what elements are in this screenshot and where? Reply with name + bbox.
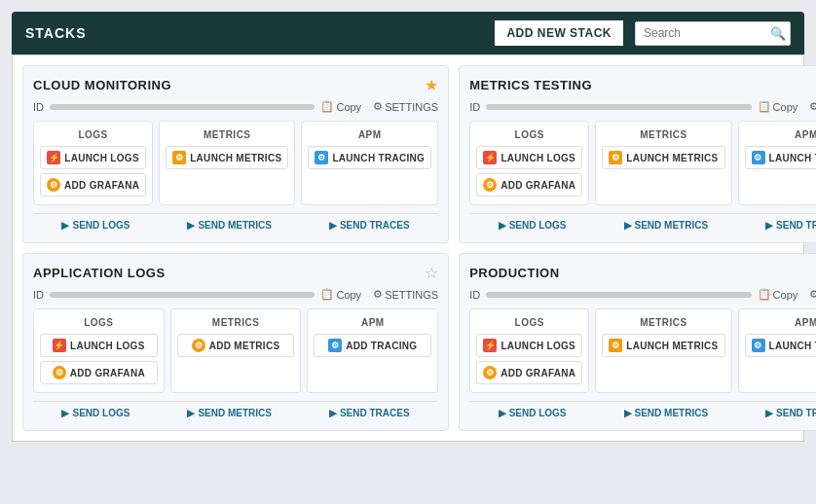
send-logs-4-link[interactable]: ▶SEND LOGS [499, 408, 567, 418]
service-buttons: ⚙LAUNCH TRACING [308, 146, 431, 169]
add-grafana-4-button[interactable]: ⚙ADD GRAFANA [476, 361, 582, 384]
header-right: ADD NEW STACK 🔍 [493, 18, 791, 48]
launch-logs-1-button[interactable]: ⚡LAUNCH LOGS [40, 146, 146, 169]
launch-metrics-4-button[interactable]: ⚙LAUNCH METRICS [602, 334, 724, 357]
add-grafana-3-button[interactable]: ⚙ADD GRAFANA [40, 361, 158, 384]
id-label: ID [33, 101, 44, 113]
send-metrics-3-link[interactable]: ▶SEND METRICS [187, 408, 272, 418]
launch-logs-2-button[interactable]: ⚡LAUNCH LOGS [476, 146, 582, 169]
header: STACKS ADD NEW STACK 🔍 [12, 12, 804, 54]
send-logs-3-link[interactable]: ▶SEND LOGS [61, 408, 130, 418]
send-icon: ▶ [765, 408, 773, 418]
service-label: METRICS [177, 317, 295, 328]
apm-icon: ⚙ [315, 151, 328, 164]
star-icon[interactable]: ☆ [425, 264, 438, 282]
page-title: STACKS [25, 25, 87, 41]
service-label: LOGS [40, 129, 146, 140]
send-logs-1-link[interactable]: ▶SEND LOGS [61, 220, 130, 231]
send-icon: ▶ [765, 220, 773, 231]
service-col-0: LOGS⚡LAUNCH LOGS⚙ADD GRAFANA [33, 308, 165, 393]
service-buttons: ⚙LAUNCH METRICS [602, 146, 724, 169]
service-buttons: ⚙LAUNCH TRACING [745, 334, 816, 357]
logs-icon: ⚡ [47, 151, 60, 164]
settings-button[interactable]: ⚙ SETTINGS [809, 100, 816, 113]
copy-button[interactable]: 📋 Copy [758, 100, 798, 113]
send-traces-2-link[interactable]: ▶SEND TRACES [765, 220, 816, 231]
services-grid: LOGS⚡LAUNCH LOGS⚙ADD GRAFANAMETRICS⚙LAUN… [469, 308, 816, 393]
settings-button[interactable]: ⚙ SETTINGS [809, 288, 816, 301]
send-logs-2-link[interactable]: ▶SEND LOGS [499, 220, 567, 231]
grafana-icon: ⚙ [483, 178, 497, 192]
send-icon: ▶ [624, 408, 632, 418]
service-buttons: ⚙LAUNCH METRICS [602, 334, 724, 357]
add-grafana-2-button[interactable]: ⚙ADD GRAFANA [476, 173, 582, 197]
gear-icon: ⚙ [373, 288, 383, 301]
send-icon: ▶ [329, 408, 337, 418]
stack-header: PRODUCTION☆ [469, 264, 816, 282]
launch-tracing-1-button[interactable]: ⚙LAUNCH TRACING [308, 146, 431, 169]
apm-icon: ⚙ [752, 151, 765, 164]
send-traces-3-link[interactable]: ▶SEND TRACES [329, 408, 410, 418]
service-label: APM [314, 317, 431, 328]
settings-button[interactable]: ⚙ SETTINGS [373, 100, 438, 113]
service-label: METRICS [166, 129, 288, 140]
service-buttons: ⚙ADD METRICS [177, 334, 295, 357]
copy-button[interactable]: 📋 Copy [320, 100, 361, 113]
launch-logs-3-button[interactable]: ⚡LAUNCH LOGS [40, 334, 158, 357]
add-tracing-3-button[interactable]: ⚙ADD TRACING [314, 334, 431, 357]
send-metrics-4-link[interactable]: ▶SEND METRICS [624, 408, 709, 418]
logs-icon: ⚡ [483, 339, 497, 352]
stack-card-2: APPLICATION LOGS☆ID📋 Copy⚙ SETTINGSLOGS⚡… [22, 253, 449, 431]
grafana-icon: ⚙ [53, 366, 66, 379]
stack-card-3: PRODUCTION☆ID📋 Copy⚙ SETTINGSLOGS⚡LAUNCH… [459, 253, 816, 431]
service-label: LOGS [476, 317, 582, 328]
copy-button[interactable]: 📋 Copy [758, 288, 798, 301]
stack-id-row: ID📋 Copy⚙ SETTINGS [469, 288, 816, 301]
services-grid: LOGS⚡LAUNCH LOGS⚙ADD GRAFANAMETRICS⚙LAUN… [33, 121, 438, 205]
add-new-stack-button[interactable]: ADD NEW STACK [493, 18, 625, 48]
stack-title: APPLICATION LOGS [33, 266, 166, 280]
bottom-links: ▶SEND LOGS▶SEND METRICS▶SEND TRACES [469, 213, 816, 233]
send-icon: ▶ [187, 220, 195, 231]
copy-button[interactable]: 📋 Copy [320, 288, 361, 301]
add-grafana-1-button[interactable]: ⚙ADD GRAFANA [40, 173, 146, 197]
launch-logs-4-button[interactable]: ⚡LAUNCH LOGS [476, 334, 582, 357]
service-label: APM [308, 129, 431, 140]
bottom-links: ▶SEND LOGS▶SEND METRICS▶SEND TRACES [469, 401, 816, 420]
logs-icon: ⚡ [483, 151, 497, 164]
stack-title: METRICS TESTING [469, 78, 592, 92]
add-tracing-icon: ⚙ [328, 339, 342, 352]
id-bar [50, 292, 315, 298]
service-col-2: APM⚙ADD TRACING [307, 308, 438, 393]
search-icon: 🔍 [770, 26, 786, 41]
logs-icon: ⚡ [53, 339, 66, 352]
search-input[interactable] [644, 26, 770, 40]
send-metrics-1-link[interactable]: ▶SEND METRICS [187, 220, 272, 231]
service-buttons: ⚡LAUNCH LOGS⚙ADD GRAFANA [476, 334, 582, 384]
grafana-icon: ⚙ [47, 178, 60, 192]
service-col-1: METRICS⚙LAUNCH METRICS [159, 121, 295, 205]
send-traces-1-link[interactable]: ▶SEND TRACES [329, 220, 410, 231]
settings-button[interactable]: ⚙ SETTINGS [373, 288, 438, 301]
gear-icon: ⚙ [809, 100, 816, 113]
app-container: STACKS ADD NEW STACK 🔍 CLOUD MONITORING★… [0, 0, 816, 504]
stacks-grid: CLOUD MONITORING★ID📋 Copy⚙ SETTINGSLOGS⚡… [12, 54, 804, 442]
launch-metrics-2-button[interactable]: ⚙LAUNCH METRICS [602, 146, 724, 169]
service-buttons: ⚡LAUNCH LOGS⚙ADD GRAFANA [40, 146, 146, 197]
id-label: ID [33, 289, 44, 301]
launch-tracing-4-button[interactable]: ⚙LAUNCH TRACING [745, 334, 816, 357]
send-metrics-2-link[interactable]: ▶SEND METRICS [624, 220, 709, 231]
launch-metrics-1-button[interactable]: ⚙LAUNCH METRICS [166, 146, 288, 169]
send-icon: ▶ [499, 220, 506, 231]
stack-id-row: ID📋 Copy⚙ SETTINGS [469, 100, 816, 113]
service-col-0: LOGS⚡LAUNCH LOGS⚙ADD GRAFANA [33, 121, 153, 205]
star-icon[interactable]: ★ [425, 76, 438, 94]
add-metrics-3-button[interactable]: ⚙ADD METRICS [177, 334, 295, 357]
id-bar [486, 292, 751, 298]
stack-header: APPLICATION LOGS☆ [33, 264, 438, 282]
gear-icon: ⚙ [809, 288, 816, 301]
launch-tracing-2-button[interactable]: ⚙LAUNCH TRACING [745, 146, 816, 169]
service-buttons: ⚙ADD TRACING [314, 334, 431, 357]
send-traces-4-link[interactable]: ▶SEND TRACES [765, 408, 816, 418]
stack-card-0: CLOUD MONITORING★ID📋 Copy⚙ SETTINGSLOGS⚡… [22, 65, 449, 243]
